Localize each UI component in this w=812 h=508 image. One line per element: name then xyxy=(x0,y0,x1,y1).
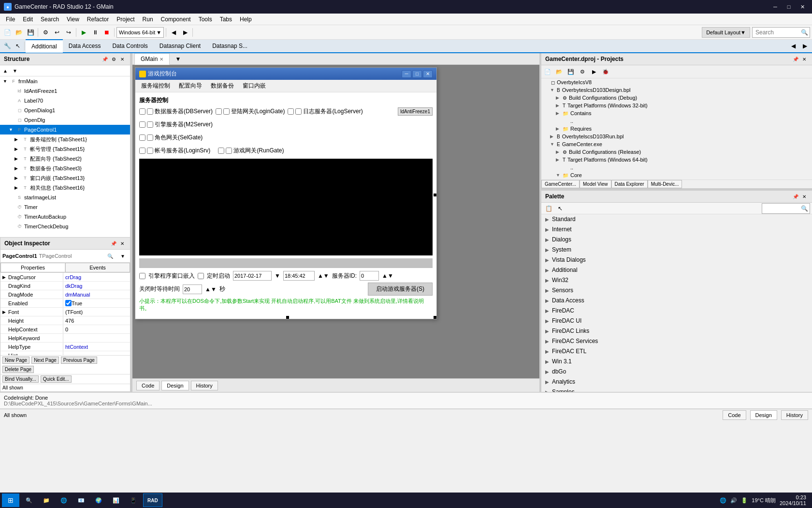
tree-item[interactable]: S starImageList xyxy=(0,193,130,202)
prop-row[interactable]: HelpType htContext xyxy=(0,343,130,351)
run-btn[interactable]: ▶ xyxy=(78,27,89,38)
minimize-button[interactable]: ─ xyxy=(769,2,781,11)
nav-prev-tab[interactable]: ◀ xyxy=(788,41,798,51)
palette-list-item[interactable]: ▶ Vista Dialogs xyxy=(541,255,812,265)
taskbar-explorer[interactable]: 📁 xyxy=(39,493,54,507)
structure-close[interactable]: ✕ xyxy=(118,55,126,63)
prop-row[interactable]: DragMode dmManual xyxy=(0,290,130,299)
taskbar-mail[interactable]: 📧 xyxy=(73,493,89,507)
proj-tree-item[interactable]: ▶ 📁 Contains xyxy=(541,109,812,117)
palette-list-item[interactable]: ▶ dbGo xyxy=(541,367,812,377)
tree-item[interactable]: ▼ F frmMain xyxy=(0,76,130,86)
cursor-btn[interactable]: ↖ xyxy=(13,41,23,51)
proj-tree-item[interactable]: ▶ ⚙ Build Configurations (Debug) xyxy=(541,94,812,102)
proj-new[interactable]: 📄 xyxy=(542,66,553,77)
palette-view[interactable]: 📋 xyxy=(543,203,554,214)
taskbar-edge[interactable]: 🌐 xyxy=(56,493,72,507)
tab-datasnap-client[interactable]: Datasnap Client xyxy=(154,39,206,53)
taskbar-chart[interactable]: 📊 xyxy=(108,493,124,507)
proj-tree-item[interactable]: ◻ OverbyteIcsV8 xyxy=(541,78,812,86)
proj-tree-item[interactable]: ▼ B OverbyteslcsD103Design.bpl xyxy=(541,86,812,94)
palette-list-item[interactable]: ▶ Win32 xyxy=(541,275,812,285)
tree-item[interactable]: ◻ OpenDialog1 xyxy=(0,105,130,115)
palette-list-item[interactable]: ▶ FireDAC xyxy=(541,306,812,316)
server-check-6b[interactable] xyxy=(226,148,232,154)
quick-edit-btn[interactable]: Quick Edit... xyxy=(41,375,72,383)
proj-tab-3[interactable]: Multi-Devic... xyxy=(648,180,682,188)
palette-list-item[interactable]: ▶ Standard xyxy=(541,214,812,224)
tree-item[interactable]: ⏱ TimerAutoBackup xyxy=(0,212,130,222)
server-check-5a[interactable] xyxy=(139,148,145,154)
tab-gmain[interactable]: GMain ✕ xyxy=(134,53,170,65)
palette-cursor[interactable]: ↖ xyxy=(555,203,566,214)
tree-item[interactable]: ⏱ Timer xyxy=(0,202,130,212)
prop-row[interactable]: HelpContext 0 xyxy=(0,325,130,334)
tree-item[interactable]: ⏱ TimerCheckDebug xyxy=(0,222,130,231)
tree-item[interactable]: ◻ OpenDlg xyxy=(0,115,130,125)
server-check-0b[interactable] xyxy=(147,108,153,115)
tree-item[interactable]: A Label70 xyxy=(0,96,130,105)
server-check-3b[interactable] xyxy=(147,121,153,128)
forward-btn[interactable]: ▶ xyxy=(180,27,190,38)
tab-close-icon[interactable]: ✕ xyxy=(160,57,163,62)
taskbar-browser[interactable]: 🌍 xyxy=(91,493,106,507)
save-button[interactable]: 💾 xyxy=(25,27,36,38)
oi-dropdown[interactable]: ▼ xyxy=(117,251,128,261)
back-btn[interactable]: ◀ xyxy=(168,27,179,38)
idantifreeze-btn[interactable]: ldAntiFreeze1 xyxy=(398,107,433,116)
redo-btn[interactable]: ↪ xyxy=(63,27,74,38)
resize-handle-e[interactable] xyxy=(434,194,436,196)
prop-row[interactable]: DragKind dkDrag xyxy=(0,282,130,290)
oi-close[interactable]: ✕ xyxy=(118,239,126,247)
prop-checkbox[interactable] xyxy=(65,300,72,306)
prop-row[interactable]: Height 476 xyxy=(0,316,130,325)
maximize-button[interactable]: □ xyxy=(783,2,795,11)
str-up[interactable]: ▲ xyxy=(1,66,10,75)
taskbar-search[interactable]: 🔍 xyxy=(21,493,37,507)
nav-next-tab[interactable]: ▶ xyxy=(799,41,810,51)
proj-tab-0[interactable]: GameCenter... xyxy=(541,180,580,188)
server-check-4a[interactable] xyxy=(139,134,145,141)
palette-list-item[interactable]: ▶ Dialogs xyxy=(541,235,812,245)
tab-history[interactable]: History xyxy=(191,381,218,390)
structure-tools[interactable]: ⚙ xyxy=(110,55,117,63)
menu-tools[interactable]: Tools xyxy=(195,14,216,25)
proj-tab-2[interactable]: Data Explorer xyxy=(611,180,648,188)
start-server-btn[interactable]: 启动游戏服务器(S) xyxy=(368,283,433,296)
oi-pin[interactable]: 📌 xyxy=(110,239,117,247)
menu-view[interactable]: View xyxy=(63,14,83,25)
proj-build[interactable]: ⚙ xyxy=(577,66,588,77)
palette-list-item[interactable]: ▶ FireDAC UI xyxy=(541,316,812,326)
date-input[interactable] xyxy=(233,271,272,281)
new-page-btn[interactable]: New Page xyxy=(2,357,29,364)
tab-additional[interactable]: Additional xyxy=(26,39,63,53)
menu-component[interactable]: Component xyxy=(157,14,195,25)
dialog-minimize[interactable]: ─ xyxy=(402,70,411,78)
server-check-1a[interactable] xyxy=(216,108,222,115)
proj-tree-item[interactable]: ▼ 📁 Core xyxy=(541,171,812,179)
tree-item[interactable]: ▶ T 配置向导 {TabSheet2} xyxy=(0,154,130,164)
status-code[interactable]: Code xyxy=(723,410,746,420)
start-button[interactable]: ⊞ xyxy=(2,493,19,507)
server-check-1b[interactable] xyxy=(223,108,230,115)
proj-tree-item[interactable]: ▶ 📁 Requires xyxy=(541,125,812,133)
taskbar-rad[interactable]: RAD xyxy=(143,493,162,507)
dlg-menu-2[interactable]: 数据备份 xyxy=(207,81,238,91)
tab-data-controls[interactable]: Data Controls xyxy=(106,39,153,53)
palette-pin[interactable]: 📌 xyxy=(792,193,799,200)
proj-debug[interactable]: 🐞 xyxy=(600,66,611,77)
next-page-btn[interactable]: Next Page xyxy=(31,357,59,364)
server-check-5b[interactable] xyxy=(147,148,153,154)
dialog-close[interactable]: ✕ xyxy=(423,70,433,78)
proj-tree-item[interactable]: ▶ ⚙ Build Configurations (Release) xyxy=(541,148,812,156)
menu-tabs[interactable]: Tabs xyxy=(216,14,236,25)
menu-refactor[interactable]: Refactor xyxy=(83,14,113,25)
server-check-0a[interactable] xyxy=(139,108,145,115)
proj-tree-item[interactable]: ▶ B OverbytelscsD103Run.bpl xyxy=(541,133,812,140)
proj-tree-item[interactable]: ▶ T Target Platforms (Windows 32-bit) xyxy=(541,102,812,109)
palette-list-item[interactable]: ▶ Analytics xyxy=(541,377,812,387)
palette-list-item[interactable]: ▶ Samples xyxy=(541,387,812,392)
tree-item[interactable]: ▼ P PageControl1 xyxy=(0,125,130,134)
timer-checkbox[interactable] xyxy=(198,273,204,279)
server-check-2b[interactable] xyxy=(295,108,302,115)
